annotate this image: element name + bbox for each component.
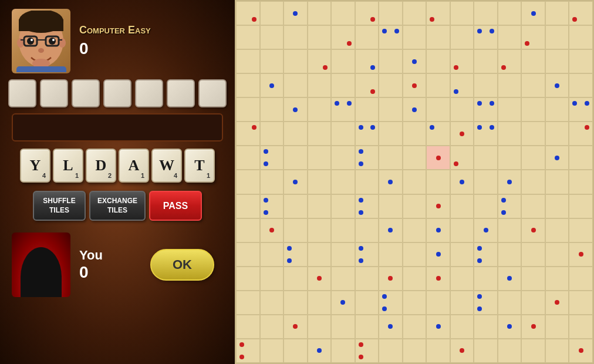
board-cell-14-2[interactable] xyxy=(284,339,308,363)
board-cell-14-14[interactable] xyxy=(569,339,593,363)
board-cell-14-11[interactable] xyxy=(498,339,522,363)
board-cell-10-5[interactable] xyxy=(355,242,379,267)
board-cell-8-0[interactable] xyxy=(236,194,260,218)
board-cell-1-4[interactable] xyxy=(331,25,355,49)
board-cell-10-2[interactable] xyxy=(284,242,308,267)
board-cell-4-5[interactable] xyxy=(355,97,379,122)
board-cell-1-1[interactable] xyxy=(260,25,284,49)
board-cell-0-5[interactable] xyxy=(355,1,379,25)
board-cell-2-5[interactable] xyxy=(355,49,379,73)
board-cell-9-9[interactable] xyxy=(450,218,474,242)
board-cell-4-10[interactable] xyxy=(474,97,498,122)
board-cell-0-4[interactable] xyxy=(331,1,355,25)
board-cell-8-14[interactable] xyxy=(569,194,593,218)
board-cell-9-8[interactable] xyxy=(426,218,450,242)
board-cell-10-10[interactable] xyxy=(474,242,498,267)
board-cell-8-2[interactable] xyxy=(284,194,308,218)
board-cell-0-13[interactable] xyxy=(545,1,569,25)
board-cell-2-2[interactable] xyxy=(284,49,308,73)
board-cell-0-1[interactable] xyxy=(260,1,284,25)
board-cell-5-9[interactable] xyxy=(450,122,474,146)
board-cell-2-7[interactable] xyxy=(403,49,427,73)
board-cell-9-13[interactable] xyxy=(545,218,569,242)
board-cell-6-6[interactable] xyxy=(379,146,403,170)
board-cell-9-7[interactable] xyxy=(403,218,427,242)
word-input[interactable] xyxy=(12,113,223,141)
board-cell-11-12[interactable] xyxy=(521,267,545,291)
player-tile-A[interactable]: A 1 xyxy=(119,149,149,183)
board-cell-0-3[interactable] xyxy=(308,1,332,25)
board-cell-14-1[interactable] xyxy=(260,339,284,363)
board-cell-14-8[interactable] xyxy=(426,339,450,363)
board-cell-8-7[interactable] xyxy=(403,194,427,218)
board-cell-7-1[interactable] xyxy=(260,170,284,194)
board-cell-1-11[interactable] xyxy=(498,25,522,49)
board-cell-1-6[interactable] xyxy=(379,25,403,49)
pass-button[interactable]: Pass xyxy=(149,191,202,221)
board-cell-11-10[interactable] xyxy=(474,267,498,291)
board-cell-2-9[interactable] xyxy=(450,49,474,73)
board-cell-3-10[interactable] xyxy=(474,73,498,97)
board-cell-14-4[interactable] xyxy=(331,339,355,363)
board-cell-12-1[interactable] xyxy=(260,291,284,315)
board-cell-0-10[interactable] xyxy=(474,1,498,25)
board-cell-12-11[interactable] xyxy=(498,291,522,315)
board-cell-8-6[interactable] xyxy=(379,194,403,218)
board-cell-9-5[interactable] xyxy=(355,218,379,242)
board-cell-2-6[interactable] xyxy=(379,49,403,73)
shuffle-tiles-button[interactable]: ShuffleTiles xyxy=(33,191,86,221)
board-cell-7-10[interactable] xyxy=(474,170,498,194)
board-cell-1-0[interactable] xyxy=(236,25,260,49)
board-cell-12-2[interactable] xyxy=(284,291,308,315)
board-cell-11-2[interactable] xyxy=(284,267,308,291)
board-cell-14-13[interactable] xyxy=(545,339,569,363)
game-board[interactable] xyxy=(235,0,594,364)
board-cell-5-14[interactable] xyxy=(569,122,593,146)
board-cell-11-5[interactable] xyxy=(355,267,379,291)
board-cell-11-6[interactable] xyxy=(379,267,403,291)
board-cell-0-2[interactable] xyxy=(284,1,308,25)
board-cell-3-9[interactable] xyxy=(450,73,474,97)
board-cell-10-9[interactable] xyxy=(450,242,474,267)
board-cell-9-14[interactable] xyxy=(569,218,593,242)
board-cell-13-14[interactable] xyxy=(569,315,593,339)
board-cell-12-0[interactable] xyxy=(236,291,260,315)
board-cell-13-0[interactable] xyxy=(236,315,260,339)
board-cell-1-13[interactable] xyxy=(545,25,569,49)
board-cell-10-11[interactable] xyxy=(498,242,522,267)
player-tile-T[interactable]: T 1 xyxy=(184,149,215,183)
board-cell-13-13[interactable] xyxy=(545,315,569,339)
board-cell-3-12[interactable] xyxy=(521,73,545,97)
board-cell-13-6[interactable] xyxy=(379,315,403,339)
board-cell-7-9[interactable] xyxy=(450,170,474,194)
board-cell-10-14[interactable] xyxy=(569,242,593,267)
board-cell-12-7[interactable] xyxy=(403,291,427,315)
board-cell-8-3[interactable] xyxy=(308,194,332,218)
board-cell-14-6[interactable] xyxy=(379,339,403,363)
board-cell-14-9[interactable] xyxy=(450,339,474,363)
board-cell-8-9[interactable] xyxy=(450,194,474,218)
board-cell-8-13[interactable] xyxy=(545,194,569,218)
board-cell-2-1[interactable] xyxy=(260,49,284,73)
board-cell-1-10[interactable] xyxy=(474,25,498,49)
board-cell-4-12[interactable] xyxy=(521,97,545,122)
board-cell-10-0[interactable] xyxy=(236,242,260,267)
board-cell-6-8[interactable] xyxy=(426,146,450,170)
board-cell-4-9[interactable] xyxy=(450,97,474,122)
board-cell-13-4[interactable] xyxy=(331,315,355,339)
board-cell-4-4[interactable] xyxy=(331,97,355,122)
board-cell-6-2[interactable] xyxy=(284,146,308,170)
player-tile-D[interactable]: D 2 xyxy=(86,149,116,183)
ok-button[interactable]: OK xyxy=(150,249,214,281)
board-cell-2-4[interactable] xyxy=(331,49,355,73)
board-cell-7-4[interactable] xyxy=(331,170,355,194)
board-cell-6-1[interactable] xyxy=(260,146,284,170)
board-cell-1-7[interactable] xyxy=(403,25,427,49)
board-cell-11-11[interactable] xyxy=(498,267,522,291)
board-cell-6-12[interactable] xyxy=(521,146,545,170)
board-cell-5-13[interactable] xyxy=(545,122,569,146)
board-cell-3-3[interactable] xyxy=(308,73,332,97)
board-cell-10-13[interactable] xyxy=(545,242,569,267)
player-tile-W[interactable]: W 4 xyxy=(151,149,182,183)
board-cell-6-7[interactable] xyxy=(403,146,427,170)
